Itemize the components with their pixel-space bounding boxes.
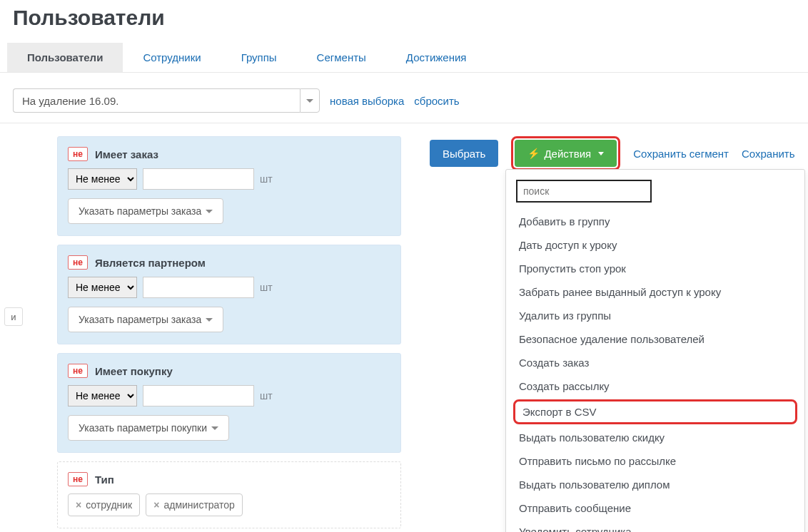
negation-badge[interactable]: не: [68, 472, 88, 486]
chevron-down-icon: [598, 152, 604, 155]
selection-value: На удаление 16.09.: [13, 88, 300, 113]
operator-select[interactable]: Не менее: [68, 277, 137, 298]
actions-menu-button[interactable]: ⚡ Действия: [515, 140, 617, 167]
operator-select[interactable]: Не менее: [68, 168, 137, 190]
dd-skip-stop-lesson[interactable]: Пропустить стоп урок: [506, 257, 804, 280]
chevron-down-icon: [206, 318, 213, 322]
close-icon[interactable]: ×: [153, 499, 159, 511]
select-button[interactable]: Выбрать: [430, 140, 498, 167]
and-operator-badge: и: [4, 307, 23, 326]
tag-staff[interactable]: ×сотрудник: [68, 493, 140, 516]
order-params-button[interactable]: Указать параметры заказа: [68, 307, 223, 332]
actions-column: Выбрать ⚡ Действия Сохранить сегмент Сох…: [430, 136, 795, 170]
negation-badge[interactable]: не: [68, 147, 88, 161]
save-other-link[interactable]: Сохранить: [742, 148, 795, 160]
dd-give-diploma[interactable]: Выдать пользователю диплом: [506, 473, 804, 496]
tab-users[interactable]: Пользователи: [7, 43, 123, 72]
filter-card-has-purchase: не Имеет покупку Не менее шт Указать пар…: [57, 353, 401, 453]
quantity-input[interactable]: [143, 168, 254, 190]
chevron-down-icon: [211, 426, 218, 430]
dd-give-discount[interactable]: Выдать пользователю скидку: [506, 426, 804, 449]
filter-card-has-order: не Имеет заказ Не менее шт Указать парам…: [57, 136, 401, 236]
dd-send-message[interactable]: Отправить сообщение: [506, 496, 804, 520]
page-title: Пользователи: [0, 0, 808, 43]
operator-select[interactable]: Не менее: [68, 385, 137, 406]
filter-title: Тип: [95, 474, 114, 486]
tab-groups[interactable]: Группы: [221, 43, 297, 72]
order-params-button[interactable]: Указать параметры заказа: [68, 198, 223, 224]
actions-dropdown: Добавить в группу Дать доступ к уроку Пр…: [505, 169, 805, 532]
dd-notify-staff[interactable]: Уведомить сотрудника: [506, 520, 804, 532]
chevron-down-icon: [300, 88, 320, 113]
new-selection-link[interactable]: новая выборка: [330, 95, 404, 107]
tab-staff[interactable]: Сотрудники: [123, 43, 221, 72]
filter-title: Является партнером: [95, 257, 206, 269]
highlight-actions: ⚡ Действия: [511, 136, 620, 170]
tag-admin[interactable]: ×администратор: [146, 493, 243, 516]
quantity-input[interactable]: [143, 385, 254, 406]
dd-grant-lesson[interactable]: Дать доступ к уроку: [506, 233, 804, 257]
unit-label: шт: [260, 390, 273, 401]
selection-dropdown[interactable]: На удаление 16.09.: [13, 88, 320, 113]
filters-column: не Имеет заказ Не менее шт Указать парам…: [57, 136, 401, 532]
save-segment-link[interactable]: Сохранить сегмент: [633, 148, 729, 160]
dropdown-search-input[interactable]: [516, 180, 652, 203]
dd-remove-from-group[interactable]: Удалить из группы: [506, 304, 804, 327]
unit-label: шт: [260, 173, 273, 185]
quantity-input[interactable]: [143, 277, 254, 298]
filter-title: Имеет покупку: [95, 365, 173, 377]
tabs: Пользователи Сотрудники Группы Сегменты …: [0, 43, 808, 73]
dd-revoke-lesson[interactable]: Забрать ранее выданный доступ к уроку: [506, 280, 804, 304]
dd-send-mail[interactable]: Отправить письмо по рассылке: [506, 449, 804, 473]
tab-achievements[interactable]: Достижения: [386, 43, 487, 72]
filter-title: Имеет заказ: [95, 148, 158, 160]
filter-card-is-partner: не Является партнером Не менее шт Указат…: [57, 245, 401, 344]
unit-label: шт: [260, 282, 273, 293]
toolbar: На удаление 16.09. новая выборка сбросит…: [0, 73, 808, 123]
close-icon[interactable]: ×: [76, 499, 81, 511]
filter-card-type: не Тип ×сотрудник ×администратор: [57, 461, 401, 528]
negation-badge[interactable]: не: [68, 364, 88, 378]
purchase-params-button[interactable]: Указать параметры покупки: [68, 415, 229, 441]
dd-add-to-group[interactable]: Добавить в группу: [506, 210, 804, 233]
dd-safe-delete-users[interactable]: Безопасное удаление пользователей: [506, 327, 804, 351]
dd-create-mailing[interactable]: Создать рассылку: [506, 374, 804, 398]
dd-export-csv[interactable]: Экспорт в CSV: [513, 399, 797, 424]
bolt-icon: ⚡: [527, 148, 540, 159]
chevron-down-icon: [206, 210, 213, 213]
reset-link[interactable]: сбросить: [414, 95, 459, 107]
tab-segments[interactable]: Сегменты: [297, 43, 386, 72]
dd-create-order[interactable]: Создать заказ: [506, 351, 804, 374]
negation-badge[interactable]: не: [68, 255, 88, 270]
